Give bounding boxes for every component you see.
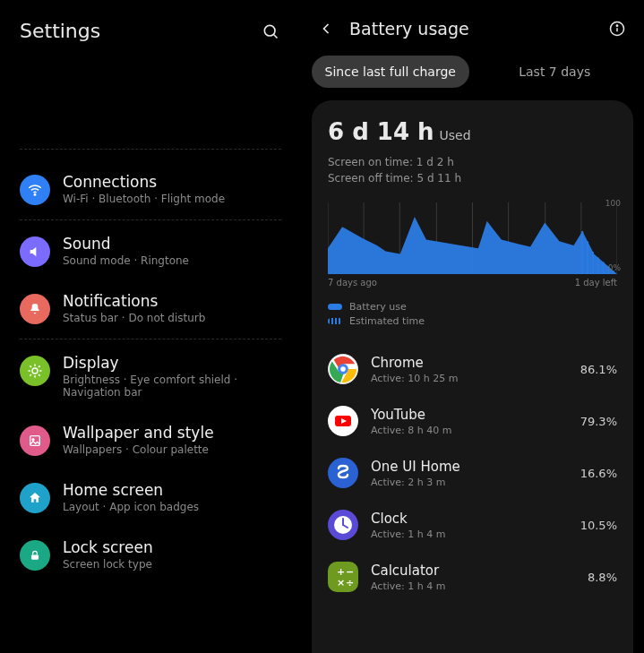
battery-chart[interactable]: 100 0% 7 days ago 1 day [328,202,617,292]
svg-line-10 [30,374,31,376]
info-icon[interactable] [606,18,628,39]
svg-point-0 [264,25,275,36]
app-icon [328,510,358,540]
chart-legend: Battery use Estimated time [328,301,617,327]
legend-swatch-estimated [328,318,342,324]
chart-x-labels: 7 days ago 1 day left [328,278,617,288]
settings-header: Settings [16,16,285,51]
legend-battery: Battery use [349,301,407,313]
app-icon [328,458,358,488]
settings-item-sub: Wi-Fi · Bluetooth · Flight mode [63,193,225,205]
app-active-time: Active: 1 h 4 m [371,528,568,540]
settings-item-title: Connections [63,173,225,191]
settings-item-sub: Status bar · Do not disturb [63,312,205,324]
home-icon [20,483,50,513]
tab-since-charge[interactable]: Since last full charge [312,56,469,88]
app-name: Chrome [371,355,568,371]
settings-item-sub: Layout · App icon badges [63,501,199,513]
svg-point-17 [616,25,617,26]
tab-last7days[interactable]: Last 7 days [477,56,634,88]
svg-point-2 [34,194,36,196]
speaker-icon [20,236,50,267]
svg-line-11 [39,365,40,367]
settings-item-display[interactable]: DisplayBrightness · Eye comfort shield ·… [16,341,285,411]
settings-item-title: Display [63,354,281,372]
app-percent: 79.3% [580,415,617,428]
settings-item-sound[interactable]: SoundSound mode · Ringtone [16,222,285,279]
settings-item-title: Home screen [63,481,199,499]
y-axis-max: 100 [605,199,621,208]
app-active-time: Active: 2 h 3 m [371,477,568,488]
app-row-chrome[interactable]: ChromeActive: 10 h 25 m86.1% [328,343,617,395]
wallpaper-icon [20,425,50,456]
app-percent: 10.5% [580,519,617,532]
app-active-time: Active: 8 h 40 m [371,425,568,436]
svg-rect-14 [31,554,39,559]
app-percent: 8.8% [588,571,617,584]
battery-card: 6 d 14 h Used Screen on time: 1 d 2 h Sc… [312,100,633,653]
screen-time-block: Screen on time: 1 d 2 h Screen off time:… [328,154,617,186]
app-active-time: Active: 10 h 25 m [371,373,568,384]
settings-item-lock screen[interactable]: Lock screenScreen lock type [16,526,285,583]
settings-item-sub: Sound mode · Ringtone [63,254,189,267]
back-icon[interactable] [315,18,337,39]
battery-chart-svg [328,202,617,274]
app-icon: +−×÷ [328,562,358,592]
settings-pane: Settings ConnectionsWi-Fi · Bluetooth · … [0,0,301,653]
range-tabs: Since last full charge Last 7 days [312,50,633,100]
app-percent: 16.6% [580,467,617,480]
settings-item-notifications[interactable]: NotificationsStatus bar · Do not disturb [16,279,285,337]
svg-point-42 [329,459,357,487]
app-row-clock[interactable]: ClockActive: 1 h 4 m10.5% [328,499,617,551]
search-icon[interactable] [260,21,281,42]
screen-on-time: Screen on time: 1 d 2 h [328,154,617,170]
svg-text:×: × [337,577,345,589]
sun-icon [20,356,50,386]
settings-item-wallpaper and style[interactable]: Wallpaper and styleWallpapers · Colour p… [16,411,285,468]
y-axis-min: 0% [608,263,621,272]
app-row-youtube[interactable]: YouTubeActive: 8 h 40 m79.3% [328,395,617,447]
settings-title: Settings [20,20,100,42]
settings-item-title: Wallpaper and style [63,424,214,442]
usage-suffix: Used [440,128,471,142]
battery-title: Battery usage [349,19,594,39]
settings-list: ConnectionsWi-Fi · Bluetooth · Flight mo… [16,160,285,583]
settings-item-title: Sound [63,235,189,253]
battery-pane: Battery usage Since last full charge Las… [301,0,644,653]
settings-item-home screen[interactable]: Home screenLayout · App icon badges [16,468,285,526]
svg-text:÷: ÷ [346,577,354,589]
app-icon [328,354,358,384]
app-icon [328,406,358,436]
svg-line-9 [39,374,40,376]
x-right: 1 day left [575,278,617,288]
settings-divider [20,339,281,339]
svg-point-39 [340,366,346,372]
bell-icon [20,294,50,324]
app-percent: 86.1% [580,363,617,376]
settings-item-connections[interactable]: ConnectionsWi-Fi · Bluetooth · Flight mo… [16,160,285,218]
app-name: One UI Home [371,459,568,475]
app-name: Calculator [371,563,575,579]
usage-duration: 6 d 14 h [328,118,434,145]
svg-point-13 [32,439,34,441]
x-left: 7 days ago [328,278,377,288]
screen-off-time: Screen off time: 5 d 11 h [328,170,617,186]
legend-estimated: Estimated time [349,315,425,327]
app-usage-list: ChromeActive: 10 h 25 m86.1%YouTubeActiv… [328,343,617,603]
legend-swatch-battery [328,304,342,310]
lock-icon [20,540,50,571]
settings-item-title: Lock screen [63,538,153,556]
app-row-calculator[interactable]: +−×÷CalculatorActive: 1 h 4 m8.8% [328,551,617,603]
app-name: Clock [371,511,568,527]
settings-item-sub: Wallpapers · Colour palette [63,443,214,456]
settings-item-title: Notifications [63,292,205,310]
svg-point-3 [32,368,38,374]
settings-header-spacer [20,51,281,150]
app-name: YouTube [371,407,568,423]
svg-line-1 [274,34,278,38]
settings-divider [20,219,281,220]
app-row-one ui home[interactable]: One UI HomeActive: 2 h 3 m16.6% [328,447,617,499]
battery-header: Battery usage [312,13,633,50]
settings-item-sub: Screen lock type [63,558,153,571]
svg-line-8 [30,365,31,367]
